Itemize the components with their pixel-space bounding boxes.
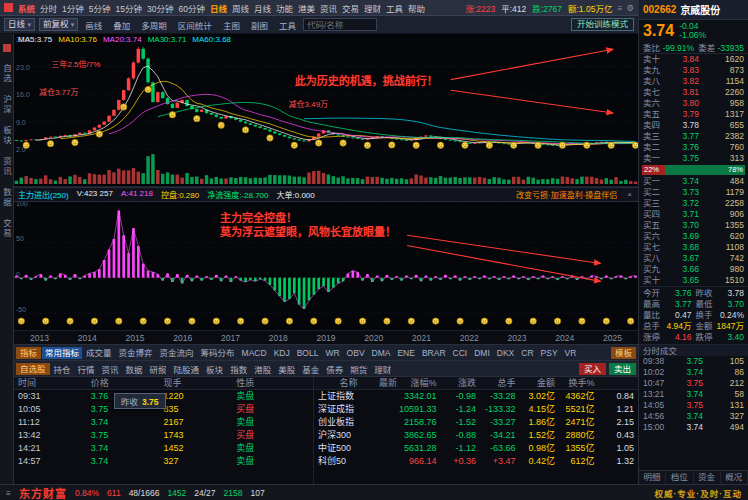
table-row[interactable]: 中证500 5631.28 -1.12 -63.66 0.98亿 1355亿 1… xyxy=(314,442,638,455)
menu-item[interactable]: 60分钟 xyxy=(178,2,204,14)
tape-row[interactable]: 14:05 3.75 131 xyxy=(639,400,748,411)
bid-row[interactable]: 买八 3.67 742 xyxy=(639,253,748,264)
indicator-tab[interactable]: ENE xyxy=(394,347,417,359)
menu-item[interactable]: 功能 xyxy=(276,2,293,14)
indicator-tab[interactable]: CCI xyxy=(450,347,471,359)
indicator-tab[interactable]: KDJ xyxy=(271,347,293,359)
menu-item[interactable]: 日线 xyxy=(210,2,227,14)
indicator-tab[interactable]: PSY xyxy=(538,347,561,359)
watchlist-tab[interactable]: 理财 xyxy=(371,363,394,375)
ask-row[interactable]: 卖三 3.77 2382 xyxy=(639,131,748,142)
watchlist-tab[interactable]: 行情 xyxy=(75,363,98,375)
menu-item[interactable]: 5分钟 xyxy=(89,2,111,14)
bid-row[interactable]: 买五 3.70 1355 xyxy=(639,220,748,231)
menu-item[interactable]: 分时 xyxy=(40,2,57,14)
indicator-tab[interactable]: WR xyxy=(322,347,342,359)
rail-item[interactable]: 资讯 xyxy=(1,157,13,176)
toolbar-button[interactable]: 主图 xyxy=(220,19,243,31)
table-row[interactable]: 13:42 3.75 1743 买盘 xyxy=(14,429,313,442)
table-row[interactable]: 科创50 966.14 +0.36 +3.47 0.42亿 612亿 1.32 xyxy=(314,455,638,468)
menu-item[interactable]: 帮助 xyxy=(408,2,425,14)
indicator-tab[interactable]: BOLL xyxy=(294,347,322,359)
watchlist-tab[interactable]: 陆股通 xyxy=(171,363,203,375)
table-row[interactable]: 14:21 3.74 1452 卖盘 xyxy=(14,442,313,455)
ask-row[interactable]: 卖四 3.78 655 xyxy=(639,120,748,131)
indicator-menu-button[interactable]: 指标 xyxy=(16,347,41,359)
table-row[interactable]: 深证成指 10591.33 -1.24 -133.32 4.15亿 5521亿 … xyxy=(314,403,638,416)
indicator-tab[interactable]: 资金博弈 xyxy=(116,347,156,359)
list-icon[interactable]: ≡ xyxy=(617,3,622,13)
rail-item[interactable]: 自选 xyxy=(1,64,13,83)
quote-footer-tab[interactable]: 明细 xyxy=(639,471,666,484)
table-row[interactable]: 14:57 3.74 327 卖盘 xyxy=(14,455,313,468)
table-row[interactable]: 沪深300 3862.65 -0.88 -34.21 1.52亿 2880亿 0… xyxy=(314,429,638,442)
watchlist-tab[interactable]: 持仓 xyxy=(51,363,74,375)
sell-button[interactable]: 卖出 xyxy=(609,363,636,375)
adjust-select[interactable]: 前复权 ▾ xyxy=(39,18,78,31)
bid-row[interactable]: 买三 3.72 2258 xyxy=(639,198,748,209)
watchlist-tab[interactable]: 数据 xyxy=(123,363,146,375)
indicator-tab[interactable]: 资金流向 xyxy=(157,347,197,359)
rail-item[interactable]: 沪深 xyxy=(1,95,13,114)
rail-item[interactable]: 数据 xyxy=(1,188,13,207)
tape-row[interactable]: 14:56 3.74 327 xyxy=(639,411,748,422)
watchlist-tab[interactable]: 港股 xyxy=(251,363,274,375)
indicator-tab[interactable]: VR xyxy=(562,347,580,359)
bid-row[interactable]: 买六 3.69 620 xyxy=(639,231,748,242)
indicator-tab[interactable]: OBV xyxy=(344,347,368,359)
menu-item[interactable]: 1分钟 xyxy=(62,2,84,14)
watchlist-button[interactable]: 自选股 xyxy=(16,363,50,375)
ask-row[interactable]: 卖五 3.79 1317 xyxy=(639,109,748,120)
watchlist-tab[interactable]: 资讯 xyxy=(99,363,122,375)
toolbar-button[interactable]: 区间统计 xyxy=(175,19,215,31)
toolbar-button[interactable]: 副图 xyxy=(248,19,271,31)
indicator-tab[interactable]: BRAR xyxy=(419,347,449,359)
menu-item[interactable]: 理财 xyxy=(364,2,381,14)
bid-row[interactable]: 买四 3.71 906 xyxy=(639,209,748,220)
kline-chart[interactable]: 30.023.016.09.02.0 xyxy=(14,34,638,186)
ask-row[interactable]: 卖九 3.83 873 xyxy=(639,65,748,76)
search-input[interactable] xyxy=(303,18,377,31)
tape-row[interactable]: 10:02 3.74 86 xyxy=(639,367,748,378)
menu-item[interactable]: 系统 xyxy=(18,2,35,14)
watchlist-tab[interactable]: 期货 xyxy=(347,363,370,375)
rail-item[interactable]: 板块 xyxy=(1,126,13,145)
menu-item[interactable]: 月线 xyxy=(254,2,271,14)
indicator-tab[interactable]: 筹码分布 xyxy=(198,347,238,359)
indicator-tab[interactable]: 常用指标 xyxy=(42,347,82,359)
tape-row[interactable]: 13:21 3.74 58 xyxy=(639,389,748,400)
indicator-tab[interactable]: 成交量 xyxy=(83,347,115,359)
ask-row[interactable]: 卖六 3.80 958 xyxy=(639,98,748,109)
quote-footer-tab[interactable]: 概况 xyxy=(721,471,748,484)
menu-item[interactable]: 资讯 xyxy=(320,2,337,14)
ask-row[interactable]: 卖七 3.81 2260 xyxy=(639,87,748,98)
buy-button[interactable]: 买入 xyxy=(579,363,606,375)
toolbar-button[interactable]: 画线 xyxy=(82,19,105,31)
training-mode-button[interactable]: 开始训练模式 xyxy=(571,18,634,31)
tape-row[interactable]: 10:47 3.75 212 xyxy=(639,378,748,389)
toolbar-button[interactable]: 叠加 xyxy=(110,19,133,31)
template-button[interactable]: 模板 xyxy=(611,347,636,359)
menu-icon[interactable]: ≡ xyxy=(6,488,11,498)
ask-row[interactable]: 卖八 3.82 1154 xyxy=(639,76,748,87)
toolbar-button[interactable]: 工具 xyxy=(276,19,299,31)
tape-row[interactable]: 15:00 3.74 494 xyxy=(639,422,748,433)
table-row[interactable]: 上证指数 3342.01 -0.98 -33.28 3.02亿 4362亿 0.… xyxy=(314,390,638,403)
ask-row[interactable]: 卖二 3.76 760 xyxy=(639,142,748,153)
watchlist-tab[interactable]: 研报 xyxy=(147,363,170,375)
watchlist-tab[interactable]: 指数 xyxy=(227,363,250,375)
watchlist-tab[interactable]: 板块 xyxy=(203,363,226,375)
period-select[interactable]: 日线 ▾ xyxy=(4,18,35,31)
watchlist-tab[interactable]: 基金 xyxy=(299,363,322,375)
close-icon[interactable]: × xyxy=(625,190,634,199)
watchlist-tab[interactable]: 美股 xyxy=(275,363,298,375)
indicator-tab[interactable]: DMI xyxy=(471,347,493,359)
ask-row[interactable]: 卖一 3.75 313 xyxy=(639,153,748,164)
gear-icon[interactable]: ⚙ xyxy=(626,3,634,13)
menu-item[interactable]: 周线 xyxy=(232,2,249,14)
toolbar-button[interactable]: 多周期 xyxy=(138,19,170,31)
ad-banner[interactable]: 改变亏损·加速盈利·操盘伴侣 xyxy=(516,189,617,200)
indicator-tab[interactable]: MACD xyxy=(239,347,270,359)
table-row[interactable]: 11:12 3.74 2167 卖盘 xyxy=(14,416,313,429)
menu-item[interactable]: 港美 xyxy=(298,2,315,14)
